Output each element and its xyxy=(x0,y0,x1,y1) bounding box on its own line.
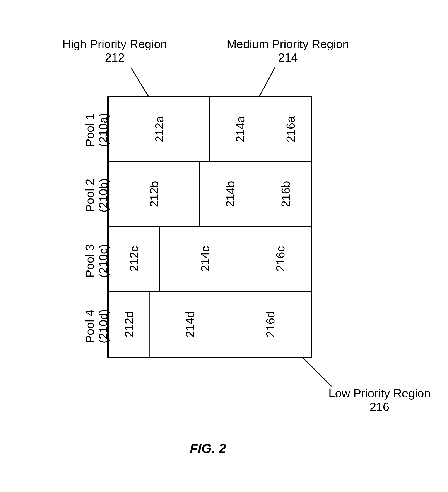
cell-214b: 214b xyxy=(199,162,260,226)
label-low-priority: Low Priority Region 216 xyxy=(323,386,436,413)
row-label-4: Pool 4 (210d) xyxy=(83,295,110,358)
svg-line-1 xyxy=(259,68,275,96)
cell-216a: 216a xyxy=(270,97,311,161)
cell-212c: 212c xyxy=(108,227,159,290)
svg-line-2 xyxy=(303,358,331,386)
cell-212d: 212d xyxy=(108,292,149,357)
cell-212a: 212a xyxy=(108,97,209,161)
label-low-line1: Low Priority Region xyxy=(329,387,430,400)
label-high-line1: High Priority Region xyxy=(62,37,167,51)
row-label-2: Pool 2 (210b) xyxy=(83,164,110,227)
cell-214d: 214d xyxy=(149,292,230,357)
label-high-line2: 212 xyxy=(105,51,125,64)
cell-212b: 212b xyxy=(108,162,199,226)
label-medium-line1: Medium Priority Region xyxy=(227,37,349,51)
cell-216b: 216b xyxy=(260,162,311,226)
svg-line-0 xyxy=(131,68,148,96)
row-label-3: Pool 3 (210c) xyxy=(83,229,110,293)
table-row: 212a 214a 216a xyxy=(108,97,311,162)
label-medium-line2: 214 xyxy=(278,51,298,64)
cell-214c: 214c xyxy=(159,227,250,290)
figure-caption: FIG. 2 xyxy=(190,441,226,456)
label-medium-priority: Medium Priority Region 214 xyxy=(218,37,358,64)
diagram-stage: High Priority Region 212 Medium Priority… xyxy=(0,0,448,492)
label-high-priority: High Priority Region 212 xyxy=(54,37,176,64)
table-row: 212d 214d 216d xyxy=(108,292,311,357)
label-low-line2: 216 xyxy=(370,400,389,413)
table-row: 212c 214c 216c xyxy=(108,227,311,292)
priority-table: 212a 214a 216a 212b 214b 216b 212c 214c … xyxy=(107,96,312,358)
row-label-1: Pool 1 (210a) xyxy=(83,98,110,162)
cell-216d: 216d xyxy=(230,292,311,357)
cell-214a: 214a xyxy=(209,97,270,161)
table-row: 212b 214b 216b xyxy=(108,162,311,227)
cell-216c: 216c xyxy=(250,227,311,290)
